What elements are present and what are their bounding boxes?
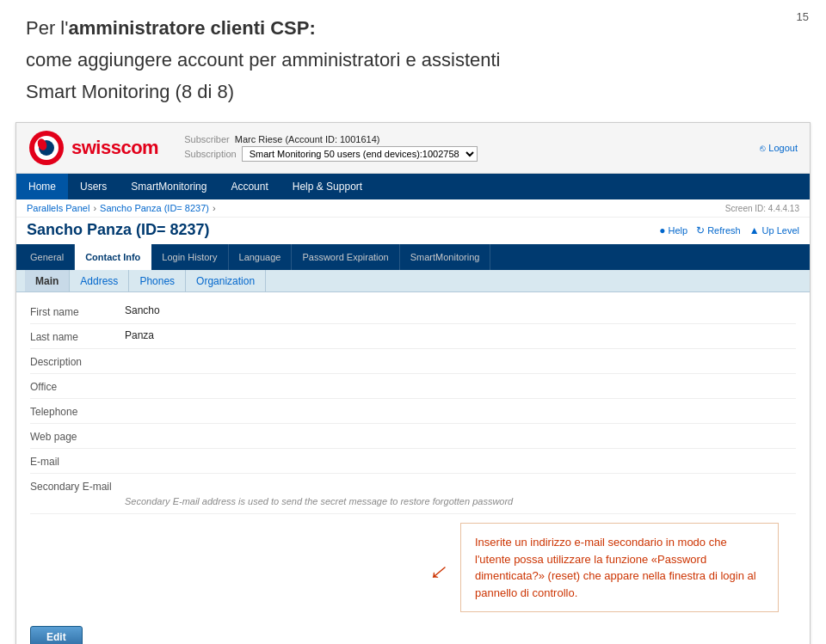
slide-title-line2: come aggiungere account per amministrato… [26, 47, 800, 74]
tab-contact-info[interactable]: Contact Info [75, 244, 151, 270]
nav-account[interactable]: Account [219, 174, 280, 199]
field-row-description: Description [30, 349, 796, 374]
subscription-label: Subscription [184, 149, 237, 159]
logout-area: ⎋ Logout [760, 143, 798, 153]
subscription-select[interactable]: Smart Monitoring 50 users (end devices):… [242, 146, 478, 162]
field-label-lastname: Last name [30, 329, 125, 343]
secondary-email-hint: Secondary E-mail address is used to send… [125, 496, 513, 506]
subtabs-bar: Main Address Phones Organization [16, 270, 810, 292]
field-row-office: Office [30, 374, 796, 399]
help-icon: ● [659, 224, 665, 236]
subscriber-label: Subscriber [184, 134, 230, 144]
nav-users[interactable]: Users [68, 174, 119, 199]
field-label-telephone: Telephone [30, 404, 125, 418]
breadcrumb: Parallels Panel › Sancho Panza (ID= 8237… [27, 203, 216, 213]
field-label-office: Office [30, 379, 125, 393]
nav-smartmonitoring[interactable]: SmartMonitoring [119, 174, 219, 199]
swisscom-logo-icon [28, 130, 65, 166]
callout-box: Inserite un indirizzo e-mail secondario … [460, 523, 779, 612]
screen-id: Screen ID: 4.4.4.13 [725, 204, 799, 213]
refresh-icon: ↻ [696, 224, 705, 236]
subtab-main[interactable]: Main [25, 270, 70, 291]
logo-area: swisscom [28, 130, 158, 166]
page-number: 15 [797, 10, 809, 23]
field-label-email: E-mail [30, 454, 125, 468]
nav-help-support[interactable]: Help & Support [280, 174, 374, 199]
logout-icon: ⎋ [760, 143, 766, 153]
subscriber-value: Marc Riese (Account ID: 1001614) [235, 134, 380, 144]
tab-general[interactable]: General [20, 244, 75, 270]
field-row-lastname: Last name Panza [30, 324, 796, 349]
tab-password-expiration[interactable]: Password Expiration [292, 244, 399, 270]
field-value-secondary-email [125, 479, 796, 493]
tab-smartmonitoring[interactable]: SmartMonitoring [400, 244, 491, 270]
field-row-webpage: Web page [30, 424, 796, 449]
edit-button[interactable]: Edit [30, 626, 83, 644]
field-row-telephone: Telephone [30, 399, 796, 424]
tab-language[interactable]: Language [229, 244, 293, 270]
content-area: First name Sancho Last name Panza Descri… [16, 292, 810, 644]
up-level-icon: ▲ [749, 224, 760, 236]
logo-text: swisscom [71, 137, 158, 159]
field-value-lastname: Panza [125, 329, 796, 341]
slide-title-line3: Smart Monitoring (8 di 8) [26, 79, 800, 106]
tabs-bar: General Contact Info Login History Langu… [16, 244, 810, 270]
panel: swisscom Subscriber Marc Riese (Account … [15, 122, 811, 644]
tab-login-history[interactable]: Login History [151, 244, 228, 270]
field-row-email: E-mail [30, 449, 796, 474]
field-row-secondary-email: Secondary E-mail Secondary E-mail addres… [30, 474, 796, 514]
slide-header: Per l'amministratore clienti CSP: come a… [0, 0, 826, 122]
field-row-firstname: First name Sancho [30, 299, 796, 324]
field-value-firstname: Sancho [125, 304, 796, 316]
breadcrumb-bar: Parallels Panel › Sancho Panza (ID= 8237… [16, 199, 810, 218]
up-level-button[interactable]: ▲ Up Level [749, 224, 799, 236]
breadcrumb-sep2: › [213, 203, 216, 213]
breadcrumb-parallels[interactable]: Parallels Panel [27, 203, 89, 213]
subtab-phones[interactable]: Phones [129, 270, 186, 291]
callout-text: Inserite un indirizzo e-mail secondario … [475, 534, 764, 601]
field-label-webpage: Web page [30, 429, 125, 443]
refresh-button[interactable]: ↻ Refresh [696, 224, 741, 236]
nav-bar: Home Users SmartMonitoring Account Help … [16, 174, 810, 199]
page-title: Sancho Panza (ID= 8237) [27, 221, 210, 239]
slide-title-line1: Per l'amministratore clienti CSP: [26, 15, 800, 42]
subtab-organization[interactable]: Organization [186, 270, 266, 291]
title-actions: ● Help ↻ Refresh ▲ Up Level [659, 224, 799, 236]
breadcrumb-sancho[interactable]: Sancho Panza (ID= 8237) [100, 203, 209, 213]
page-title-bar: Sancho Panza (ID= 8237) ● Help ↻ Refresh… [16, 218, 810, 244]
field-label-secondary-email: Secondary E-mail [30, 479, 125, 493]
breadcrumb-sep1: › [93, 203, 96, 213]
panel-header: swisscom Subscriber Marc Riese (Account … [16, 123, 810, 174]
subtab-address[interactable]: Address [70, 270, 129, 291]
callout-arrow: → [419, 552, 460, 594]
subscriber-info: Subscriber Marc Riese (Account ID: 10016… [158, 134, 749, 162]
nav-home[interactable]: Home [16, 174, 68, 199]
logout-button[interactable]: ⎋ Logout [760, 143, 798, 153]
help-button[interactable]: ● Help [659, 224, 687, 236]
field-label-description: Description [30, 354, 125, 368]
field-label-firstname: First name [30, 304, 125, 318]
